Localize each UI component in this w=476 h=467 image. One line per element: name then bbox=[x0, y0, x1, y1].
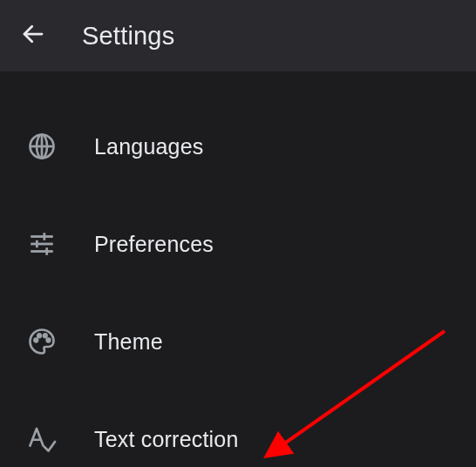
svg-point-12 bbox=[37, 334, 41, 337]
svg-rect-8 bbox=[36, 240, 38, 248]
back-button[interactable] bbox=[16, 18, 51, 53]
svg-rect-7 bbox=[31, 243, 53, 246]
svg-rect-9 bbox=[31, 250, 53, 253]
globe-icon bbox=[24, 129, 59, 164]
settings-item-text-correction[interactable]: Text correction bbox=[0, 390, 476, 467]
svg-rect-10 bbox=[45, 247, 48, 255]
page-title: Settings bbox=[82, 22, 174, 51]
settings-list: Languages Preferences Theme bbox=[0, 71, 476, 467]
settings-item-label: Languages bbox=[94, 134, 204, 159]
settings-item-preferences[interactable]: Preferences bbox=[0, 195, 476, 293]
svg-rect-5 bbox=[31, 235, 53, 238]
settings-item-label: Preferences bbox=[94, 232, 214, 257]
sliders-icon bbox=[24, 227, 59, 261]
svg-rect-6 bbox=[43, 233, 45, 240]
svg-point-14 bbox=[47, 339, 51, 342]
app-header: Settings bbox=[0, 0, 476, 71]
settings-item-label: Theme bbox=[94, 329, 163, 355]
settings-item-languages[interactable]: Languages bbox=[0, 98, 476, 195]
settings-item-label: Text correction bbox=[94, 427, 239, 452]
svg-point-11 bbox=[34, 339, 37, 342]
palette-icon bbox=[24, 324, 59, 359]
svg-point-13 bbox=[44, 334, 47, 337]
text-check-icon bbox=[24, 422, 59, 457]
settings-item-theme[interactable]: Theme bbox=[0, 293, 476, 390]
arrow-left-icon bbox=[20, 21, 46, 51]
